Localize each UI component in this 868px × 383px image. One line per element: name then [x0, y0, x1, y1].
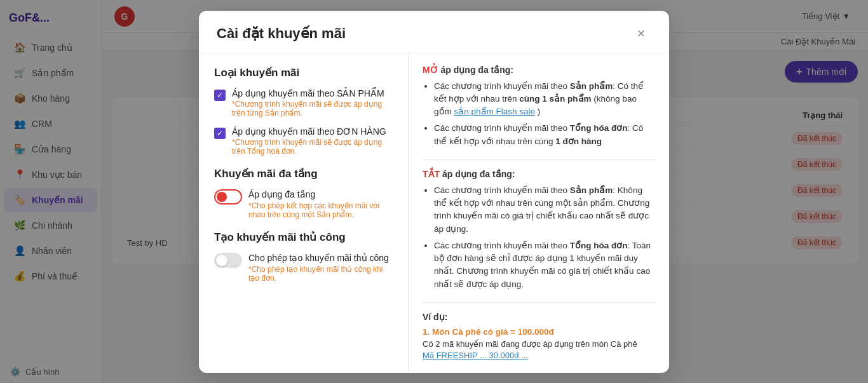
off-section-title: TẮT áp dụng đa tầng:: [423, 169, 655, 179]
khuyen-mai-da-tang-section: Khuyến mãi đa tầng Áp dụng đa tầng *Cho …: [214, 167, 393, 219]
modal-body: Loại khuyến mãi ✓ Áp dụng khuyến mãi the…: [199, 53, 669, 373]
toggle-thumb-2: [216, 255, 227, 266]
modal-title: Cài đặt khuyến mãi: [217, 25, 346, 42]
example-link-area: Mã FREESHIP ... 30.000đ ...: [423, 351, 655, 360]
bold-san-pham-1: Sản phẩm: [570, 81, 613, 91]
checkbox2-content: Áp dụng khuyến mãi theo ĐƠN HÀNG *Chương…: [232, 126, 393, 156]
open-list-item-1: Các chương trình khuyến mãi theo Sản phẩ…: [434, 80, 655, 119]
toggle2-desc: *Cho phép tạo khuyến mãi thủ công khi tạ…: [248, 265, 393, 283]
section1-title: Loại khuyến mãi: [214, 66, 393, 79]
section2-title: Khuyến mãi đa tầng: [214, 167, 393, 180]
open-list-item-2: Các chương trình khuyến mãi theo Tổng hó…: [434, 122, 655, 148]
mo-suffix: áp dụng đa tầng:: [441, 65, 513, 75]
left-panel: Loại khuyến mãi ✓ Áp dụng khuyến mãi the…: [199, 53, 409, 373]
open-section: MỞ áp dụng đa tầng: Các chương trình khu…: [423, 65, 655, 148]
checkbox-don-hang[interactable]: ✓ Áp dụng khuyến mãi theo ĐƠN HÀNG *Chươ…: [214, 126, 393, 156]
settings-modal: Cài đặt khuyến mãi × Loại khuyến mãi ✓ Á…: [199, 11, 669, 373]
off-list-item-2: Các chương trình khuyến mãi theo Tổng hó…: [434, 239, 655, 291]
flash-sale-link[interactable]: sản phẩm Flash sale: [454, 107, 536, 116]
mo-text: MỞ: [423, 65, 438, 75]
checkbox-san-pham[interactable]: ✓ Áp dụng khuyến mãi theo SẢN PHẨM *Chươ…: [214, 88, 393, 118]
toggle-thumb-1: [217, 192, 227, 202]
open-section-title: MỞ áp dụng đa tầng:: [423, 65, 655, 75]
example-sub-1: Có 2 mã khuyến mãi đang được áp dụng trê…: [423, 339, 655, 349]
checkbox1-content: Áp dụng khuyến mãi theo SẢN PHẨM *Chương…: [232, 88, 393, 118]
toggle-switch-thu-cong[interactable]: [214, 253, 242, 268]
toggle-switch-da-tang[interactable]: [214, 189, 242, 205]
checkbox2-label: Áp dụng khuyến mãi theo ĐƠN HÀNG: [232, 126, 393, 137]
tat-suffix: áp dụng đa tầng:: [442, 169, 515, 179]
checkbox1-label: Áp dụng khuyến mãi theo SẢN PHẨM: [232, 88, 393, 98]
modal-close-button[interactable]: ×: [631, 24, 651, 44]
check-icon-1: ✓: [217, 91, 223, 100]
toggle-thu-cong: Cho phép tạo khuyến mãi thủ công *Cho ph…: [214, 253, 393, 283]
toggle-track-1: [214, 189, 242, 205]
bold-1-don-hang: 1 đơn hàng: [555, 137, 602, 146]
example-link[interactable]: Mã FREESHIP ... 30.000đ ...: [423, 351, 528, 360]
checkbox2-desc: *Chương trình khuyến mãi sẽ được áp dụng…: [232, 138, 393, 156]
bold-cung-1: cùng 1 sản phẩm: [519, 94, 591, 104]
toggle1-desc: *Cho phép kết hợp các khuyến mãi với nha…: [248, 201, 393, 219]
toggle1-content: Áp dụng đa tầng *Cho phép kết hợp các kh…: [248, 189, 393, 219]
toggle-track-2: [214, 253, 242, 268]
toggle1-label: Áp dụng đa tầng: [248, 189, 393, 199]
toggle-da-tang: Áp dụng đa tầng *Cho phép kết hợp các kh…: [214, 189, 393, 219]
modal-overlay[interactable]: Cài đặt khuyến mãi × Loại khuyến mãi ✓ Á…: [0, 0, 868, 383]
open-list: Các chương trình khuyến mãi theo Sản phẩ…: [423, 80, 655, 148]
section3-title: Tạo khuyến mãi thủ công: [214, 231, 393, 244]
off-section: TẮT áp dụng đa tầng: Các chương trình kh…: [423, 169, 655, 291]
divider-2: [423, 302, 655, 303]
bold-tong-hoa-don-2: Tổng hóa đơn: [570, 241, 628, 250]
bold-tong-hoa-don-1: Tổng hóa đơn: [570, 123, 628, 133]
tat-text: TẮT: [423, 169, 440, 179]
toggle2-content: Cho phép tạo khuyến mãi thủ công *Cho ph…: [248, 253, 393, 283]
check-icon-2: ✓: [217, 129, 223, 138]
example-title: Ví dụ:: [423, 312, 655, 322]
checkbox-box-1: ✓: [214, 90, 226, 101]
off-list: Các chương trình khuyến mãi theo Sản phẩ…: [423, 184, 655, 291]
example-section: Ví dụ: 1. Món Cà phê có giá = 100.000đ C…: [423, 312, 655, 360]
bold-san-pham-2: Sản phẩm: [570, 185, 613, 195]
checkbox1-desc: *Chương trình khuyến mãi sẽ được áp dụng…: [232, 100, 393, 118]
loai-khuyen-mai-section: Loại khuyến mãi ✓ Áp dụng khuyến mãi the…: [214, 66, 393, 156]
right-panel: MỞ áp dụng đa tầng: Các chương trình khu…: [409, 53, 669, 373]
off-list-item-1: Các chương trình khuyến mãi theo Sản phẩ…: [434, 184, 655, 236]
modal-header: Cài đặt khuyến mãi ×: [199, 11, 669, 53]
example-item-1: 1. Món Cà phê có giá = 100.000đ: [423, 327, 655, 337]
divider-1: [423, 159, 655, 160]
toggle2-label: Cho phép tạo khuyến mãi thủ công: [248, 253, 393, 263]
checkbox-box-2: ✓: [214, 128, 226, 139]
tao-khuyen-mai-thu-cong-section: Tạo khuyến mãi thủ công Cho phép tạo khu…: [214, 231, 393, 283]
